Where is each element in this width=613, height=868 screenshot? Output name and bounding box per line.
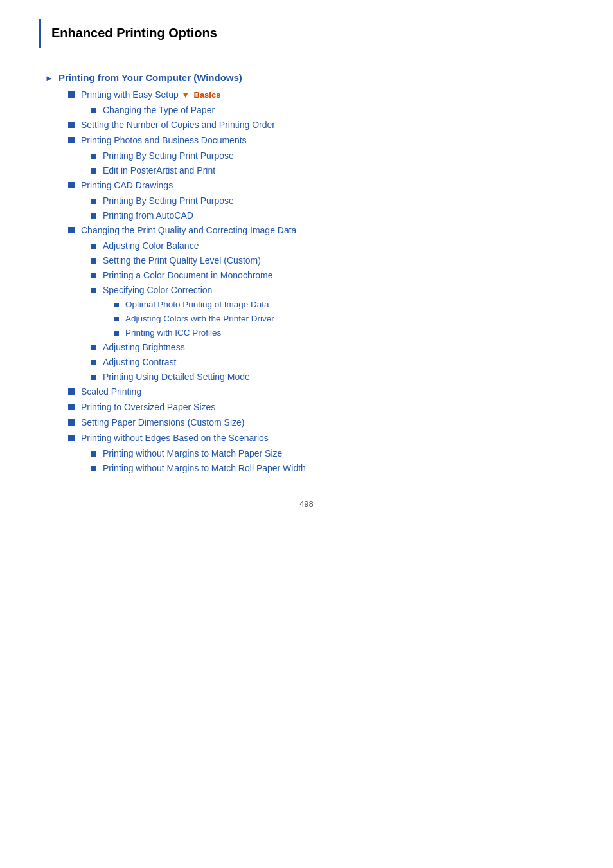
level3-group: Changing the Type of Paper: [68, 105, 574, 115]
list-item: Printing without Margins to Match Roll P…: [91, 463, 574, 473]
list-item: Adjusting Contrast: [91, 357, 574, 367]
list-item: Printing CAD Drawings: [68, 180, 574, 190]
header-divider: [39, 60, 574, 60]
page-number: 498: [39, 499, 574, 509]
bullet-icon: [91, 199, 96, 204]
toc-link-l3[interactable]: Changing the Type of Paper: [103, 105, 215, 115]
toc-link-l3[interactable]: Specifying Color Correction: [103, 285, 212, 295]
bullet-icon: [68, 227, 75, 233]
bullet-icon: [91, 451, 96, 457]
bullet-icon: [91, 288, 96, 293]
table-of-contents: ► Printing from Your Computer (Windows) …: [39, 72, 574, 473]
bullet-icon: [91, 375, 96, 380]
page-header: Enhanced Printing Options: [39, 19, 574, 48]
bullet-icon: [68, 404, 75, 410]
list-item: Setting Paper Dimensions (Custom Size): [68, 417, 574, 428]
toc-link-l2[interactable]: Setting Paper Dimensions (Custom Size): [81, 417, 244, 428]
list-item: Adjusting Brightness: [91, 342, 574, 352]
bullet-icon: [91, 244, 96, 249]
toc-link-l2[interactable]: Scaled Printing: [81, 386, 141, 397]
toc-link-l2[interactable]: Setting the Number of Copies and Printin…: [81, 120, 275, 130]
toc-link-l2[interactable]: Printing without Edges Based on the Scen…: [81, 433, 269, 443]
bullet-icon: [91, 273, 96, 278]
level3-group: Printing By Setting Print Purpose Printi…: [68, 195, 574, 221]
bullet-icon: [91, 108, 96, 113]
bullet-icon: [68, 419, 75, 426]
bullet-icon: [114, 303, 119, 307]
list-item: Printing without Margins to Match Paper …: [91, 448, 574, 458]
toc-link-l4[interactable]: Printing with ICC Profiles: [125, 328, 221, 338]
list-item: Specifying Color Correction: [91, 285, 574, 295]
bullet-icon: [68, 435, 75, 441]
toc-link-l1[interactable]: Printing from Your Computer (Windows): [58, 72, 242, 83]
toc-link-l3[interactable]: Printing By Setting Print Purpose: [103, 150, 234, 161]
list-item: Adjusting Color Balance: [91, 240, 574, 251]
bullet-icon: [114, 317, 119, 321]
page-container: Enhanced Printing Options ► Printing fro…: [0, 0, 613, 547]
list-item: Printing with ICC Profiles: [114, 328, 574, 338]
list-item: Setting the Number of Copies and Printin…: [68, 120, 574, 130]
list-item: Printing to Oversized Paper Sizes: [68, 402, 574, 412]
bullet-icon: [68, 182, 75, 188]
bullet-icon: [114, 331, 119, 336]
bullet-icon: [68, 137, 75, 143]
toc-link-l4[interactable]: Optimal Photo Printing of Image Data: [125, 300, 269, 309]
list-item: Optimal Photo Printing of Image Data: [114, 300, 574, 309]
level4-group: Optimal Photo Printing of Image Data Adj…: [91, 300, 574, 338]
bullet-icon: [68, 122, 75, 128]
list-item: Printing without Edges Based on the Scen…: [68, 433, 574, 443]
list-item: Printing By Setting Print Purpose: [91, 150, 574, 161]
toc-link-l3[interactable]: Adjusting Brightness: [103, 342, 185, 352]
toc-link-l2[interactable]: Changing the Print Quality and Correctin…: [81, 225, 296, 235]
toc-link-l3[interactable]: Printing without Margins to Match Roll P…: [103, 463, 306, 473]
level2-group: Printing with Easy Setup ▼Basics Changin…: [45, 89, 574, 473]
arrow-icon: ►: [45, 73, 53, 83]
level3-group: Printing without Margins to Match Paper …: [68, 448, 574, 473]
list-item: Printing from AutoCAD: [91, 210, 574, 221]
toc-link-l3[interactable]: Setting the Print Quality Level (Custom): [103, 255, 261, 266]
level3-group: Adjusting Color Balance Setting the Prin…: [68, 240, 574, 382]
list-item: Scaled Printing: [68, 386, 574, 397]
bullet-icon: [91, 154, 96, 159]
bullet-icon: [91, 213, 96, 219]
level3-group: Printing By Setting Print Purpose Edit i…: [68, 150, 574, 176]
list-item: Printing Using Detailed Setting Mode: [91, 372, 574, 382]
bullet-icon: [91, 360, 96, 365]
toc-link-l3[interactable]: Printing Using Detailed Setting Mode: [103, 372, 250, 382]
bullet-icon: [91, 345, 96, 350]
toc-link-l3[interactable]: Edit in PosterArtist and Print: [103, 165, 215, 176]
toc-link-l3[interactable]: Printing from AutoCAD: [103, 210, 193, 221]
page-title: Enhanced Printing Options: [51, 19, 574, 48]
bullet-icon: [91, 168, 96, 174]
list-item: Printing a Color Document in Monochrome: [91, 270, 574, 280]
toc-link-l2[interactable]: Printing Photos and Business Documents: [81, 135, 247, 145]
basics-icon: ▼: [181, 89, 190, 100]
list-item: Adjusting Colors with the Printer Driver: [114, 314, 574, 323]
bullet-icon: [68, 388, 75, 395]
toc-link-l4[interactable]: Adjusting Colors with the Printer Driver: [125, 314, 274, 323]
list-item: Printing Photos and Business Documents: [68, 135, 574, 145]
toc-link-l3[interactable]: Printing without Margins to Match Paper …: [103, 448, 282, 458]
list-item: Edit in PosterArtist and Print: [91, 165, 574, 176]
list-item: Changing the Type of Paper: [91, 105, 574, 115]
toc-link-l2[interactable]: Printing with Easy Setup: [81, 89, 179, 100]
bullet-icon: [91, 466, 96, 471]
list-item: ► Printing from Your Computer (Windows): [45, 72, 574, 83]
list-item: Changing the Print Quality and Correctin…: [68, 225, 574, 235]
list-item: Setting the Print Quality Level (Custom): [91, 255, 574, 266]
bullet-icon: [68, 91, 75, 98]
toc-link-l3[interactable]: Printing a Color Document in Monochrome: [103, 270, 273, 280]
basics-badge: Basics: [194, 90, 221, 100]
list-item: Printing By Setting Print Purpose: [91, 195, 574, 206]
toc-link-l2[interactable]: Printing to Oversized Paper Sizes: [81, 402, 215, 412]
toc-link-l3[interactable]: Adjusting Contrast: [103, 357, 176, 367]
toc-link-l3[interactable]: Printing By Setting Print Purpose: [103, 195, 234, 206]
toc-link-l2[interactable]: Printing CAD Drawings: [81, 180, 173, 190]
list-item: Printing with Easy Setup ▼Basics: [68, 89, 574, 100]
toc-link-l3[interactable]: Adjusting Color Balance: [103, 240, 199, 251]
bullet-icon: [91, 258, 96, 264]
